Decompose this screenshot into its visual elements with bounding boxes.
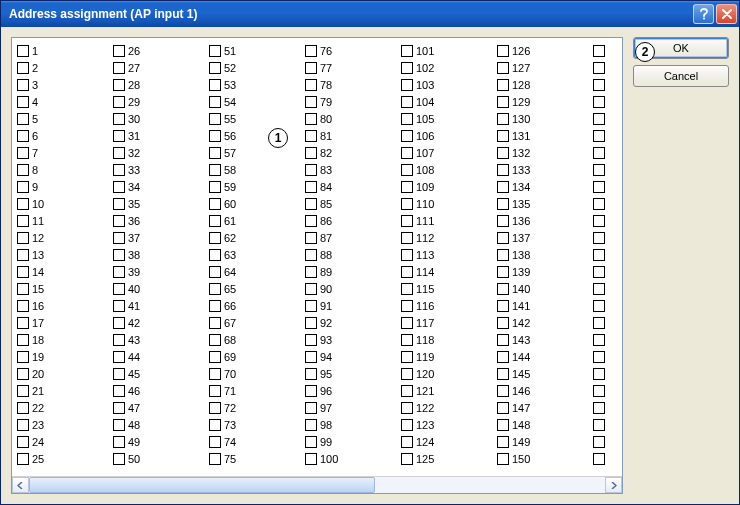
address-checkbox-item[interactable]: 127 xyxy=(496,59,592,76)
address-checkbox-item[interactable]: 100 xyxy=(304,450,400,467)
address-checkbox-item[interactable]: 142 xyxy=(496,314,592,331)
address-checkbox-item[interactable]: 68 xyxy=(208,331,304,348)
address-checkbox-item[interactable] xyxy=(592,110,612,127)
address-checkbox-item[interactable] xyxy=(592,433,612,450)
address-checkbox-item[interactable]: 33 xyxy=(112,161,208,178)
address-checkbox-item[interactable]: 48 xyxy=(112,416,208,433)
address-checkbox-item[interactable]: 44 xyxy=(112,348,208,365)
address-checkbox-item[interactable]: 87 xyxy=(304,229,400,246)
address-checkbox-item[interactable]: 109 xyxy=(400,178,496,195)
address-checkbox-item[interactable]: 149 xyxy=(496,433,592,450)
address-checkbox-item[interactable] xyxy=(592,59,612,76)
address-checkbox-item[interactable]: 42 xyxy=(112,314,208,331)
address-checkbox-item[interactable]: 35 xyxy=(112,195,208,212)
address-checkbox-item[interactable]: 104 xyxy=(400,93,496,110)
address-checkbox-item[interactable] xyxy=(592,161,612,178)
address-checkbox-item[interactable]: 55 xyxy=(208,110,304,127)
address-checkbox-item[interactable]: 78 xyxy=(304,76,400,93)
address-checkbox-item[interactable]: 45 xyxy=(112,365,208,382)
address-checkbox-item[interactable]: 94 xyxy=(304,348,400,365)
address-checkbox-item[interactable]: 13 xyxy=(16,246,112,263)
address-checkbox-item[interactable]: 101 xyxy=(400,42,496,59)
address-checkbox-item[interactable]: 130 xyxy=(496,110,592,127)
scroll-thumb[interactable] xyxy=(29,477,375,493)
address-checkbox-item[interactable]: 129 xyxy=(496,93,592,110)
address-checkbox-item[interactable]: 41 xyxy=(112,297,208,314)
address-checkbox-item[interactable]: 71 xyxy=(208,382,304,399)
address-checkbox-item[interactable]: 21 xyxy=(16,382,112,399)
address-checkbox-item[interactable]: 27 xyxy=(112,59,208,76)
address-checkbox-item[interactable]: 116 xyxy=(400,297,496,314)
address-checkbox-item[interactable]: 139 xyxy=(496,263,592,280)
address-checkbox-item[interactable]: 91 xyxy=(304,297,400,314)
address-checkbox-item[interactable]: 122 xyxy=(400,399,496,416)
address-checkbox-item[interactable]: 57 xyxy=(208,144,304,161)
address-checkbox-item[interactable]: 124 xyxy=(400,433,496,450)
help-button[interactable] xyxy=(693,4,714,24)
address-checkbox-item[interactable]: 56 xyxy=(208,127,304,144)
address-checkbox-item[interactable]: 77 xyxy=(304,59,400,76)
address-checkbox-item[interactable]: 4 xyxy=(16,93,112,110)
address-checkbox-item[interactable]: 5 xyxy=(16,110,112,127)
address-checkbox-item[interactable]: 86 xyxy=(304,212,400,229)
address-checkbox-item[interactable]: 136 xyxy=(496,212,592,229)
address-checkbox-item[interactable] xyxy=(592,195,612,212)
address-checkbox-item[interactable]: 73 xyxy=(208,416,304,433)
address-checkbox-item[interactable]: 150 xyxy=(496,450,592,467)
address-checkbox-item[interactable]: 30 xyxy=(112,110,208,127)
address-checkbox-item[interactable]: 118 xyxy=(400,331,496,348)
scroll-right-button[interactable] xyxy=(605,477,622,493)
address-checkbox-item[interactable]: 3 xyxy=(16,76,112,93)
address-checkbox-item[interactable]: 60 xyxy=(208,195,304,212)
address-checkbox-item[interactable]: 144 xyxy=(496,348,592,365)
address-checkbox-item[interactable]: 89 xyxy=(304,263,400,280)
address-checkbox-item[interactable]: 103 xyxy=(400,76,496,93)
address-checkbox-item[interactable]: 50 xyxy=(112,450,208,467)
address-checkbox-item[interactable]: 12 xyxy=(16,229,112,246)
address-checkbox-item[interactable] xyxy=(592,416,612,433)
address-checkbox-item[interactable]: 31 xyxy=(112,127,208,144)
address-checkbox-item[interactable]: 67 xyxy=(208,314,304,331)
address-checkbox-item[interactable]: 108 xyxy=(400,161,496,178)
address-checkbox-item[interactable] xyxy=(592,178,612,195)
ok-button[interactable]: OK xyxy=(633,37,729,59)
address-checkbox-item[interactable] xyxy=(592,263,612,280)
address-checkbox-item[interactable]: 112 xyxy=(400,229,496,246)
address-checkbox-item[interactable]: 75 xyxy=(208,450,304,467)
address-checkbox-item[interactable]: 110 xyxy=(400,195,496,212)
address-checkbox-item[interactable]: 8 xyxy=(16,161,112,178)
address-checkbox-item[interactable]: 95 xyxy=(304,365,400,382)
address-checkbox-item[interactable]: 1 xyxy=(16,42,112,59)
address-checkbox-item[interactable]: 140 xyxy=(496,280,592,297)
address-checkbox-item[interactable]: 115 xyxy=(400,280,496,297)
address-checkbox-item[interactable]: 70 xyxy=(208,365,304,382)
address-checkbox-item[interactable] xyxy=(592,212,612,229)
address-checkbox-item[interactable]: 141 xyxy=(496,297,592,314)
address-checkbox-item[interactable]: 19 xyxy=(16,348,112,365)
address-checkbox-item[interactable] xyxy=(592,450,612,467)
address-checkbox-item[interactable]: 6 xyxy=(16,127,112,144)
address-checkbox-item[interactable]: 79 xyxy=(304,93,400,110)
address-checkbox-item[interactable]: 137 xyxy=(496,229,592,246)
address-checkbox-item[interactable]: 34 xyxy=(112,178,208,195)
address-checkbox-item[interactable]: 74 xyxy=(208,433,304,450)
address-checkbox-item[interactable] xyxy=(592,365,612,382)
cancel-button[interactable]: Cancel xyxy=(633,65,729,87)
address-checkbox-item[interactable] xyxy=(592,127,612,144)
address-checkbox-item[interactable]: 36 xyxy=(112,212,208,229)
address-checkbox-item[interactable] xyxy=(592,76,612,93)
address-checkbox-item[interactable]: 38 xyxy=(112,246,208,263)
address-checkbox-item[interactable]: 46 xyxy=(112,382,208,399)
address-checkbox-item[interactable]: 123 xyxy=(400,416,496,433)
address-checkbox-item[interactable]: 146 xyxy=(496,382,592,399)
address-checkbox-item[interactable]: 92 xyxy=(304,314,400,331)
address-checkbox-item[interactable]: 16 xyxy=(16,297,112,314)
address-checkbox-item[interactable]: 9 xyxy=(16,178,112,195)
address-checkbox-item[interactable]: 20 xyxy=(16,365,112,382)
address-checkbox-item[interactable] xyxy=(592,93,612,110)
address-checkbox-item[interactable]: 96 xyxy=(304,382,400,399)
address-checkbox-item[interactable]: 147 xyxy=(496,399,592,416)
address-checkbox-item[interactable]: 133 xyxy=(496,161,592,178)
address-checkbox-item[interactable]: 121 xyxy=(400,382,496,399)
address-checkbox-item[interactable]: 98 xyxy=(304,416,400,433)
